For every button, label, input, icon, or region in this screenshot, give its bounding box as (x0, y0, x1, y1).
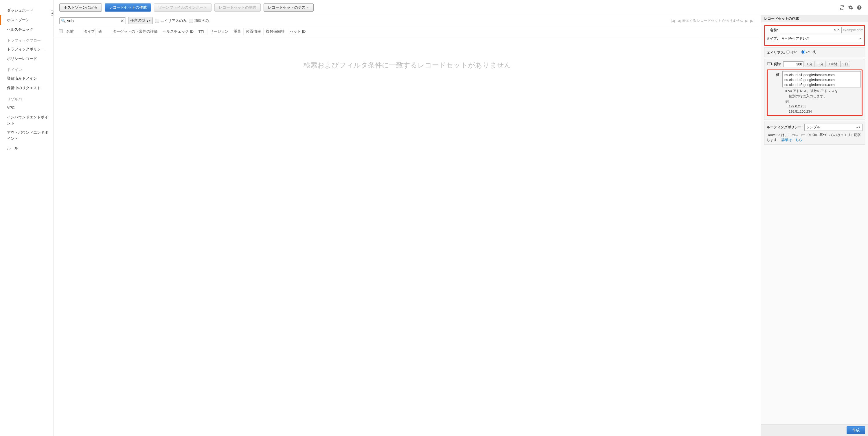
nav-header-traffic-flow: トラフィックフロー (0, 34, 53, 45)
value-help-line2: 個別の行に入力します。 (785, 94, 861, 99)
pager-prev-icon[interactable]: ◀ (677, 19, 681, 23)
pager-next-icon[interactable]: ▶ (744, 19, 748, 23)
value-label: 値: (769, 71, 782, 77)
routing-section: ルーティングポリシー: シンプル ▲▼ Route 53 は、このレコードの値に… (764, 122, 865, 145)
filter-bar: 🔍 ✕ 任意の型 ▲▼ エイリアスのみ 加重のみ |◀ ◀ 表示する レコードセ… (54, 16, 761, 26)
alias-only-label: エイリアスのみ (160, 18, 187, 24)
name-label: 名前: (766, 28, 780, 33)
alias-label: エイリアス: (767, 51, 785, 55)
svg-text:?: ? (859, 6, 860, 9)
nav-registered-domains[interactable]: 登録済みドメイン (0, 74, 53, 83)
type-label: タイプ: (766, 36, 780, 41)
value-help-line3: 例: (785, 99, 861, 104)
highlight-name-type: 名前: example.com タイプ: A – IPv4 アドレス (764, 25, 865, 46)
col-set-id[interactable]: セット ID (287, 28, 308, 35)
type-select-value: A – IPv4 アドレス (782, 36, 810, 41)
pager-text: 表示する レコードセット がありません (682, 18, 743, 23)
sidebar-collapse-icon[interactable]: ◀ (51, 10, 54, 16)
type-filter-label: 任意の型 (130, 19, 145, 23)
main-content: ホストゾーンに戻る レコードセットの作成 ゾーンファイルのインポート レコードセ… (54, 0, 868, 436)
ttl-preset-5min[interactable]: 5 分 (816, 61, 826, 67)
type-filter-select[interactable]: 任意の型 ▲▼ (128, 17, 153, 24)
nav-vpc[interactable]: VPC (0, 103, 53, 113)
col-target-health[interactable]: ターゲットの正常性の評価 (110, 28, 160, 35)
nav-traffic-policies[interactable]: トラフィックポリシー (0, 45, 53, 54)
nav-policy-records[interactable]: ポリシーレコード (0, 54, 53, 64)
table-header: 名前 タイプ 値 ターゲットの正常性の評価 ヘルスチェック ID TTL リージ… (54, 26, 761, 37)
nav-label: ヘルスチェック (7, 27, 33, 32)
alias-no-radio[interactable]: いいえ (802, 50, 816, 54)
nav-header-domains: ドメイン (0, 63, 53, 74)
alias-no-label: いいえ (806, 50, 816, 54)
nav-inbound-endpoints[interactable]: インバウンドエンドポイント (0, 113, 53, 128)
type-select[interactable]: A – IPv4 アドレス ▲▼ (780, 35, 863, 42)
ttl-label: TTL (秒): (767, 62, 781, 66)
routing-label: ルーティングポリシー: (767, 125, 803, 130)
routing-policy-select[interactable]: シンプル ▲▼ (804, 124, 863, 131)
value-help-line1: IPv4 アドレス。複数のアドレスを (785, 89, 861, 94)
alias-yes-radio[interactable]: はい (786, 50, 797, 54)
value-textarea[interactable] (782, 71, 861, 87)
table-empty-message: 検索およびフィルタ条件に一致するレコードセットがありません (54, 37, 761, 93)
test-record-set-button[interactable]: レコードセットのテスト (264, 3, 314, 11)
name-suffix: example.com (843, 28, 863, 32)
routing-select-value: シンプル (806, 125, 820, 130)
pager-first-icon[interactable]: |◀ (670, 19, 676, 23)
alias-only-checkbox[interactable]: エイリアスのみ (155, 18, 187, 24)
toolbar: ホストゾーンに戻る レコードセットの作成 ゾーンファイルのインポート レコードセ… (54, 0, 868, 16)
col-weight[interactable]: 重量 (231, 28, 244, 35)
alias-yes-label: はい (790, 50, 797, 54)
select-arrows-icon: ▲▼ (858, 37, 861, 40)
nav-outbound-endpoints[interactable]: アウトバウンドエンドポイント (0, 128, 53, 144)
col-type[interactable]: タイプ (81, 28, 96, 35)
import-zone-file-button[interactable]: ゾーンファイルのインポート (154, 3, 212, 11)
ttl-preset-1min[interactable]: 1 分 (805, 61, 814, 67)
weighted-only-checkbox[interactable]: 加重のみ (189, 18, 209, 24)
create-button[interactable]: 作成 (846, 426, 865, 434)
search-box: 🔍 ✕ (59, 18, 126, 24)
col-value[interactable]: 値 (96, 28, 110, 35)
nav-header-resolver: リゾルバー (0, 93, 53, 104)
create-record-set-button[interactable]: レコードセットの作成 (105, 3, 151, 11)
record-set-form-panel: レコードセットの作成 名前: example.com タイプ: (761, 16, 868, 436)
value-help-example1: 192.0.2.235 (785, 104, 861, 109)
value-help-example2: 198.51.100.234 (785, 109, 861, 114)
nav-hosted-zones[interactable]: ホストゾーン (0, 16, 53, 25)
select-arrows-icon: ▲▼ (856, 126, 861, 128)
back-to-hosted-zones-button[interactable]: ホストゾーンに戻る (59, 3, 102, 11)
search-icon: 🔍 (61, 19, 66, 23)
sidebar: ◀ ダッシュボード ホストゾーン ヘルスチェック トラフィックフロー トラフィッ… (0, 0, 54, 436)
pager-last-icon[interactable]: ▶| (750, 19, 755, 23)
highlight-value: 値: IPv4 アドレス。複数のアドレスを 個別の行に入力します。 例: 192… (767, 69, 863, 116)
select-all-checkbox[interactable] (57, 29, 64, 34)
nav-label: ホストゾーン (7, 18, 30, 22)
refresh-icon[interactable] (839, 5, 845, 10)
nav-rules[interactable]: ルール (0, 144, 53, 153)
nav-dashboard[interactable]: ダッシュボード (0, 6, 53, 16)
ttl-preset-1hour[interactable]: 1時間 (827, 61, 839, 67)
search-input[interactable] (59, 18, 126, 24)
ttl-input[interactable] (783, 61, 804, 67)
help-icon[interactable]: ? (857, 5, 862, 10)
col-ttl[interactable]: TTL (196, 29, 208, 35)
settings-icon[interactable] (848, 5, 854, 10)
panel-footer: 作成 (761, 424, 868, 436)
col-geo[interactable]: 位置情報 (244, 28, 264, 35)
ttl-preset-1day[interactable]: 1 日 (840, 61, 850, 67)
routing-description: Route 53 は、このレコードの値に基づいてのみクエリに応答します。 (767, 133, 861, 142)
nav-label: ダッシュボード (7, 8, 33, 12)
nav-pending-requests[interactable]: 保留中のリクエスト (0, 83, 53, 93)
clear-search-icon[interactable]: ✕ (120, 18, 124, 24)
panel-title: レコードセットの作成 (761, 16, 868, 22)
col-healthcheck-id[interactable]: ヘルスチェック ID (160, 28, 196, 35)
alias-section: エイリアス: はい いいえ (764, 48, 865, 57)
routing-details-link[interactable]: 詳細はこちら (781, 138, 802, 142)
pager: |◀ ◀ 表示する レコードセット がありません ▶ ▶| (670, 18, 755, 23)
col-name[interactable]: 名前 (64, 28, 81, 35)
name-input[interactable] (780, 27, 842, 33)
col-region[interactable]: リージョン (208, 28, 231, 35)
ttl-value-section: TTL (秒): 1 分 5 分 1時間 1 日 値: (764, 59, 865, 120)
nav-health-checks[interactable]: ヘルスチェック (0, 25, 53, 34)
delete-record-set-button[interactable]: レコードセットの削除 (214, 3, 261, 11)
col-multivalue[interactable]: 複数値回答 (264, 28, 287, 35)
